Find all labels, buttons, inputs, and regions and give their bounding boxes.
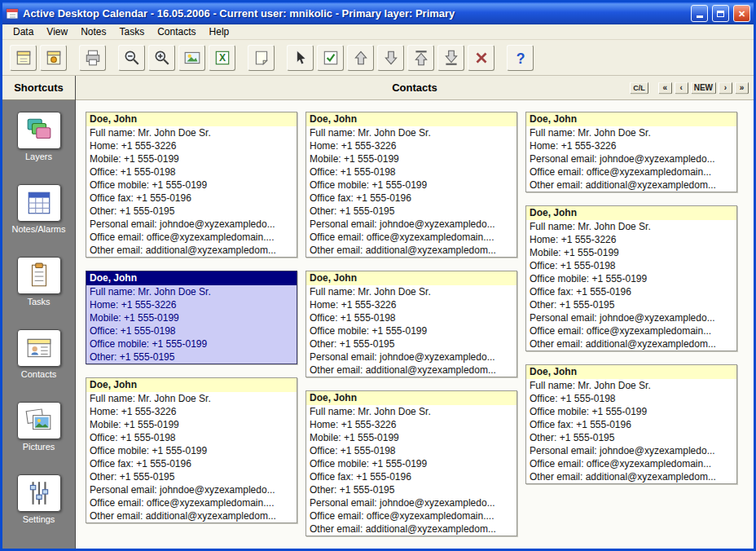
zoom-out-button[interactable]	[118, 45, 145, 71]
move-down-button[interactable]	[377, 45, 404, 71]
menu-item-data[interactable]: Data	[7, 25, 39, 38]
contact-field: Home: +1 555-3226	[306, 418, 516, 431]
contact-field: Full name: Mr. John Doe Sr.	[306, 285, 516, 298]
contact-field: Full name: Mr. John Doe Sr.	[306, 126, 516, 139]
export-image-icon	[183, 49, 201, 67]
main-panel: Contacts C/L « ‹ NEW › » Doe, JohnFull n…	[76, 76, 754, 549]
zoom-in-button[interactable]	[148, 45, 175, 71]
new-alarm-button[interactable]	[40, 45, 67, 71]
sidebar-item-tasks[interactable]: Tasks	[17, 257, 61, 306]
contact-field: Office mobile: +1 555-0199	[526, 272, 736, 285]
contact-card[interactable]: Doe, JohnFull name: Mr. John Doe Sr.Home…	[305, 112, 517, 258]
contact-field: Personal email: johndoe@xyzexampledo...	[526, 444, 736, 457]
minimize-icon	[697, 15, 703, 18]
contact-field: Office mobile: +1 555-0199	[306, 324, 516, 337]
contact-field: Office fax: +1 555-0196	[526, 285, 736, 298]
layers-icon	[17, 112, 61, 149]
nav-first-button[interactable]: «	[658, 82, 672, 94]
notes-alarms-icon	[17, 184, 61, 222]
contact-field: Office: +1 555-0198	[526, 392, 736, 405]
contact-field: Other: +1 555-0195	[86, 205, 297, 218]
sticky-note-button[interactable]	[248, 45, 275, 71]
contact-card-name: Doe, John	[526, 206, 736, 220]
export-excel-button[interactable]: X	[209, 45, 235, 71]
contact-field: Full name: Mr. John Doe Sr.	[86, 285, 297, 298]
contact-field: Other email: additional@xyzexampledom...	[86, 509, 297, 522]
zoom-out-icon	[123, 49, 141, 67]
new-note-button[interactable]	[10, 45, 37, 71]
maximize-button[interactable]	[712, 5, 729, 22]
nav-prev-button[interactable]: ‹	[675, 82, 688, 94]
contact-card[interactable]: Doe, JohnFull name: Mr. John Doe Sr.Home…	[525, 205, 737, 351]
new-alarm-icon	[45, 49, 63, 67]
contact-card-name: Doe, John	[86, 378, 297, 392]
contact-card[interactable]: Doe, JohnFull name: Mr. John Doe Sr.Home…	[305, 271, 517, 377]
nav-next-button[interactable]: ›	[719, 82, 732, 94]
sidebar-item-label: Tasks	[27, 297, 50, 306]
contact-field: Full name: Mr. John Doe Sr.	[86, 126, 297, 139]
export-image-button[interactable]	[178, 45, 205, 71]
contact-card-selected[interactable]: Doe, JohnFull name: Mr. John Doe Sr.Home…	[86, 271, 297, 364]
contact-field: Home: +1 555-3226	[306, 139, 516, 152]
contact-card-name: Doe, John	[306, 391, 516, 405]
contact-field: Home: +1 555-3226	[86, 405, 297, 418]
sidebar: Shortcuts LayersNotes/AlarmsTasksContact…	[2, 76, 76, 549]
contact-field: Office email: office@xyzexampledomain...…	[86, 231, 297, 244]
contact-field: Other: +1 555-0195	[86, 350, 297, 364]
contact-card[interactable]: Doe, JohnFull name: Mr. John Doe Sr.Offi…	[525, 364, 737, 484]
sidebar-item-label: Settings	[23, 514, 55, 524]
contact-card[interactable]: Doe, JohnFull name: Mr. John Doe Sr.Home…	[525, 112, 737, 192]
sidebar-item-settings[interactable]: Settings	[17, 474, 61, 524]
move-bottom-button[interactable]	[437, 45, 464, 71]
menu-item-view[interactable]: View	[41, 25, 73, 38]
sidebar-item-layers[interactable]: Layers	[17, 112, 61, 161]
close-button[interactable]	[733, 5, 750, 22]
delete-button[interactable]	[468, 45, 494, 71]
contact-field: Personal email: johndoe@xyzexampledo...	[306, 218, 516, 231]
pointer-button[interactable]	[287, 45, 314, 71]
menu-item-contacts[interactable]: Contacts	[152, 25, 201, 38]
contact-field: Personal email: johndoe@xyzexampledo...	[306, 350, 516, 364]
move-up-icon	[352, 49, 370, 67]
sidebar-item-notes-alarms[interactable]: Notes/Alarms	[11, 184, 65, 234]
contact-card[interactable]: Doe, JohnFull name: Mr. John Doe Sr.Home…	[86, 377, 297, 523]
contact-field: Full name: Mr. John Doe Sr.	[526, 379, 736, 392]
move-down-icon	[382, 49, 400, 67]
new-contact-button[interactable]: NEW	[691, 82, 716, 94]
toolbar-group: X	[118, 45, 235, 71]
sidebar-item-contacts[interactable]: Contacts	[17, 329, 61, 379]
contacts-icon	[17, 329, 61, 367]
toolbar-group	[248, 45, 275, 71]
move-up-button[interactable]	[347, 45, 374, 71]
minimize-button[interactable]	[691, 5, 708, 22]
contact-field: Office: +1 555-0198	[306, 444, 516, 457]
contact-field: Personal email: johndoe@xyzexampledo...	[86, 218, 297, 231]
contact-field: Home: +1 555-3226	[306, 298, 516, 311]
menu-item-notes[interactable]: Notes	[75, 25, 112, 38]
contact-field: Office: +1 555-0198	[526, 259, 736, 272]
nav-last-button[interactable]: »	[735, 82, 749, 94]
sidebar-item-label: Pictures	[23, 442, 55, 452]
contact-card[interactable]: Doe, JohnFull name: Mr. John Doe Sr.Home…	[86, 112, 297, 258]
sidebar-item-pictures[interactable]: Pictures	[17, 402, 61, 452]
contact-field: Office fax: +1 555-0196	[86, 457, 297, 470]
cl-toggle-button[interactable]: C/L	[630, 82, 648, 94]
menu-item-tasks[interactable]: Tasks	[114, 25, 151, 38]
menu-item-help[interactable]: Help	[204, 25, 235, 38]
delete-icon	[472, 49, 490, 67]
task-check-button[interactable]	[317, 45, 344, 71]
title-bar: Active Desktop Calendar - 16.05.2006 - C…	[2, 2, 754, 24]
contact-field: Mobile: +1 555-0199	[306, 431, 516, 444]
move-top-button[interactable]	[407, 45, 434, 71]
pictures-icon	[17, 402, 61, 439]
help-button[interactable]: ?	[507, 45, 534, 71]
contact-field: Office mobile: +1 555-0199	[306, 457, 516, 470]
contact-field: Mobile: +1 555-0199	[86, 152, 297, 165]
contact-card[interactable]: Doe, JohnFull name: Mr. John Doe Sr.Home…	[305, 390, 517, 536]
toolbar-group	[287, 45, 494, 71]
print-button[interactable]	[79, 45, 106, 71]
contact-field: Other email: additional@xyzexampledom...	[526, 179, 736, 192]
contact-field: Office email: office@xyzexampledomain...	[526, 165, 736, 179]
contact-field: Office email: office@xyzexampledomain...	[526, 324, 736, 337]
new-note-icon	[15, 49, 33, 67]
